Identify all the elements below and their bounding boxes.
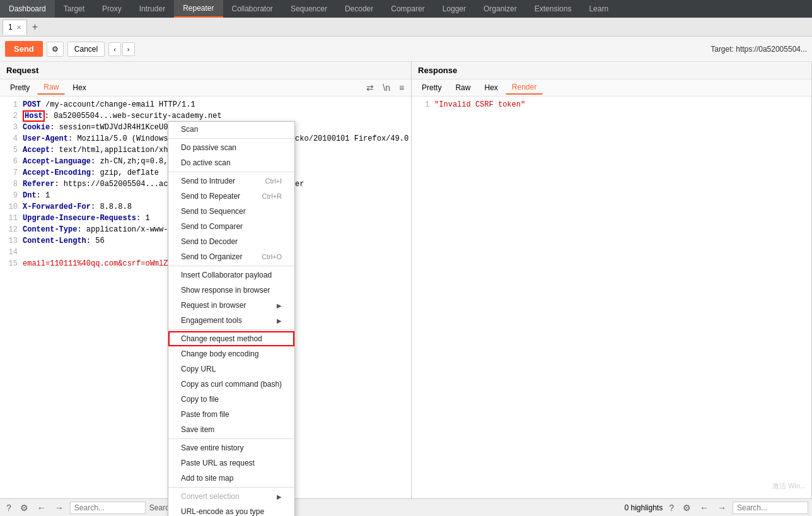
cm-item-0[interactable]: Scan [168, 122, 294, 137]
cm-item-label-17: Change request method [181, 334, 262, 343]
cm-item-17[interactable]: Change request method [168, 331, 294, 346]
cm-item-label-25: Save entire history [181, 443, 243, 452]
cm-item-21[interactable]: Copy to file [168, 392, 294, 407]
cm-separator-16 [168, 329, 294, 330]
nav-comparer[interactable]: Comparer [382, 0, 433, 18]
line-content-2: Host: 0a52005504...web-security-academy.… [23, 110, 409, 122]
nav-learn[interactable]: Learn [580, 0, 617, 18]
settings-icon-button[interactable]: ⚙ [47, 42, 64, 57]
cm-item-30[interactable]: URL-encode as you type [168, 504, 294, 516]
cm-item-22[interactable]: Paste from file [168, 407, 294, 422]
tab-bar: 1 ✕ + [0, 18, 812, 37]
cm-item-10[interactable]: Send to OrganizerCtrl+O [168, 249, 294, 264]
tab-close-icon[interactable]: ✕ [16, 24, 21, 31]
top-nav: Dashboard Target Proxy Intruder Repeater… [0, 0, 812, 18]
cm-separator-11 [168, 266, 294, 266]
settings-icon-right[interactable]: ⚙ [680, 501, 693, 514]
line-num-7: 7 [3, 167, 18, 179]
line-num-6: 6 [3, 156, 18, 167]
line-content-1: POST /my-account/change-email HTTP/1.1 [23, 99, 409, 110]
cm-item-8[interactable]: Send to Comparer [168, 219, 294, 234]
response-code-area: 1 "Invalid CSRF token" [412, 97, 811, 498]
main-area: Request Pretty Raw Hex ⇄ \n ≡ 1POST /my-… [0, 62, 812, 498]
back-icon-right[interactable]: ← [697, 501, 711, 514]
request-toolbar-right: ⇄ \n ≡ [363, 81, 407, 94]
cm-item-27[interactable]: Add to site map [168, 471, 294, 486]
cm-separator-28 [168, 487, 294, 488]
nav-intruder[interactable]: Intruder [130, 0, 174, 18]
cm-item-2[interactable]: Do passive scan [168, 140, 294, 155]
cm-item-label-7: Send to Sequencer [181, 207, 246, 216]
nav-target[interactable]: Target [55, 0, 93, 18]
cm-item-26[interactable]: Paste URL as request [168, 455, 294, 471]
status-bar: ? ⚙ ← → Search . 0 highlights ? ⚙ ← → [0, 498, 812, 516]
line-num-4: 4 [3, 133, 18, 144]
help-icon[interactable]: ? [4, 501, 14, 514]
cm-item-label-9: Send to Decoder [181, 237, 238, 246]
cm-item-19[interactable]: Copy URL [168, 361, 294, 377]
cm-item-5[interactable]: Send to IntruderCtrl+I [168, 173, 294, 189]
cm-shortcut-5: Ctrl+I [265, 177, 282, 185]
response-tab-hex[interactable]: Hex [478, 81, 504, 94]
watermark: 激活 Win... [772, 481, 806, 491]
search-input[interactable] [70, 501, 146, 514]
cm-item-label-8: Send to Comparer [181, 222, 243, 231]
cancel-button[interactable]: Cancel [67, 42, 105, 57]
cm-item-label-22: Paste from file [181, 410, 229, 419]
cm-item-29: Convert selection [168, 489, 294, 504]
cm-item-13[interactable]: Show response in browser [168, 283, 294, 298]
line-num-2: 2 [3, 110, 18, 122]
newline-icon[interactable]: \n [380, 81, 393, 94]
tab-add-button[interactable]: + [27, 21, 43, 33]
cm-item-label-26: Paste URL as request [181, 459, 255, 467]
cm-item-label-19: Copy URL [181, 365, 216, 373]
request-tab-hex[interactable]: Hex [66, 81, 92, 94]
nav-decoder[interactable]: Decoder [336, 0, 382, 18]
nav-repeater[interactable]: Repeater [174, 0, 223, 18]
cm-separator-1 [168, 138, 294, 139]
cm-item-20[interactable]: Copy as curl command (bash) [168, 377, 294, 392]
send-button[interactable]: Send [5, 41, 43, 57]
cm-item-3[interactable]: Do active scan [168, 155, 294, 170]
cm-item-9[interactable]: Send to Decoder [168, 234, 294, 249]
settings-icon[interactable]: ⚙ [18, 501, 31, 514]
cm-item-label-13: Show response in browser [181, 286, 270, 295]
cm-item-12[interactable]: Insert Collaborator payload [168, 267, 294, 283]
nav-extensions[interactable]: Extensions [526, 0, 581, 18]
tab-1[interactable]: 1 ✕ [3, 20, 27, 35]
cm-item-18[interactable]: Change body encoding [168, 346, 294, 361]
cm-item-6[interactable]: Send to RepeaterCtrl+R [168, 189, 294, 204]
target-info: Target: https://0a52005504... [710, 45, 807, 54]
nav-proxy[interactable]: Proxy [93, 0, 130, 18]
prev-button[interactable]: ‹ [108, 42, 121, 56]
cm-shortcut-6: Ctrl+R [262, 192, 282, 200]
response-tab-pretty[interactable]: Pretty [415, 81, 448, 94]
cm-item-15[interactable]: Engagement tools [168, 313, 294, 328]
response-panel: Response Pretty Raw Hex Render 1 "Invali… [412, 62, 812, 498]
cm-item-7[interactable]: Send to Sequencer [168, 204, 294, 219]
response-tab-render[interactable]: Render [506, 81, 543, 95]
search-input-right[interactable] [733, 501, 808, 514]
request-tab-pretty[interactable]: Pretty [4, 81, 36, 94]
cm-item-14[interactable]: Request in browser [168, 298, 294, 313]
more-icon[interactable]: ≡ [396, 81, 407, 94]
highlights-count: 0 highlights [624, 503, 663, 512]
word-wrap-icon[interactable]: ⇄ [363, 81, 377, 94]
forward-icon[interactable]: → [52, 501, 66, 514]
cm-item-23[interactable]: Save item [168, 422, 294, 437]
help-icon-right[interactable]: ? [666, 501, 676, 514]
response-tab-raw[interactable]: Raw [449, 81, 477, 94]
nav-dashboard[interactable]: Dashboard [0, 0, 55, 18]
back-icon[interactable]: ← [35, 501, 49, 514]
nav-sequencer[interactable]: Sequencer [282, 0, 336, 18]
nav-organizer[interactable]: Organizer [475, 0, 526, 18]
cm-item-label-21: Copy to file [181, 395, 219, 404]
forward-icon-right[interactable]: → [715, 501, 729, 514]
next-button[interactable]: › [122, 42, 135, 56]
request-tab-raw[interactable]: Raw [37, 81, 65, 95]
nav-logger[interactable]: Logger [434, 0, 475, 18]
toolbar: Send ⚙ Cancel ‹ › Target: https://0a5200… [0, 37, 812, 62]
request-panel-title: Request [0, 62, 411, 79]
cm-item-25[interactable]: Save entire history [168, 440, 294, 455]
nav-collaborator[interactable]: Collaborator [223, 0, 282, 18]
